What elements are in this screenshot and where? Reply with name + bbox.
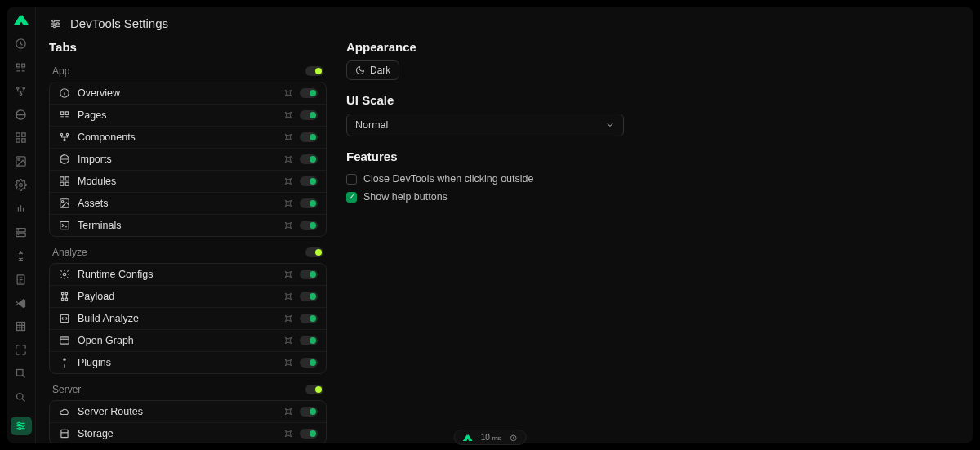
item-components-label: Components [78,131,277,143]
nuxt-logo-icon[interactable] [14,15,29,25]
storage-icon [58,427,71,440]
overview-nav-icon[interactable] [11,34,32,53]
pin-icon[interactable] [282,153,296,167]
pages-nav-icon[interactable] [11,58,32,77]
components-icon [58,131,71,144]
item-plugins: Plugins [50,352,326,373]
svg-point-23 [52,20,55,22]
pin-icon[interactable] [282,175,296,189]
assets-nav-icon[interactable] [11,152,32,171]
payload-icon [58,290,71,303]
item-overview-label: Overview [78,87,277,99]
item-storage-toggle[interactable] [300,429,318,439]
item-imports-toggle[interactable] [300,154,318,164]
svg-point-3 [20,93,22,96]
svg-point-10 [18,158,20,161]
plugin-nav-icon[interactable] [11,247,32,265]
item-payload-toggle[interactable] [300,292,318,301]
ui-scale-heading: UI Scale [346,93,624,107]
grid-nav-icon[interactable] [11,318,32,336]
item-terminals: Terminals [50,215,326,236]
checkbox-show-help[interactable] [346,192,357,203]
item-pages-label: Pages [78,109,277,121]
svg-point-11 [20,184,23,187]
pin-icon[interactable] [282,109,296,123]
item-components-toggle[interactable] [300,132,318,142]
pin-icon[interactable] [282,334,296,348]
search-nav-icon[interactable] [11,388,32,407]
docs-nav-icon[interactable] [11,270,32,289]
item-server-routes-toggle[interactable] [300,407,318,417]
svg-rect-34 [65,182,69,185]
pin-icon[interactable] [282,290,296,304]
item-terminals-label: Terminals [78,220,277,231]
inspect-nav-icon[interactable] [11,364,32,383]
pin-icon[interactable] [282,427,296,441]
pin-icon[interactable] [282,87,296,100]
ui-scale-value: Normal [355,119,388,131]
feature-show-help[interactable]: Show help buttons [346,188,624,206]
svg-point-2 [23,87,25,89]
feature-close-outside[interactable]: Close DevTools when clicking outside [346,170,624,188]
svg-rect-31 [60,177,64,180]
svg-point-24 [56,22,59,25]
item-assets-toggle[interactable] [300,198,318,208]
settings-active-icon[interactable] [11,417,32,435]
category-server-toggle[interactable] [305,385,323,394]
item-pages: Pages [50,105,326,127]
group-app: Overview Pages Components [49,82,327,237]
svg-rect-41 [61,430,68,437]
theme-label: Dark [370,65,390,76]
svg-rect-17 [17,323,25,331]
item-payload: Payload [50,286,326,308]
devtools-floating-pill[interactable]: 10 ms [454,430,527,445]
nuxt-mini-icon [463,434,473,441]
pin-icon[interactable] [282,268,296,282]
item-pages-toggle[interactable] [300,110,318,120]
imports-nav-icon[interactable] [11,105,32,124]
category-app-toggle[interactable] [305,66,323,76]
item-overview-toggle[interactable] [300,88,318,98]
ui-scale-select[interactable]: Normal [346,114,624,136]
server-nav-icon[interactable] [11,223,32,242]
pin-icon[interactable] [282,131,296,145]
feature-close-outside-label: Close DevTools when clicking outside [363,173,533,185]
item-modules: Modules [50,171,326,193]
pin-icon[interactable] [282,312,296,326]
hooks-nav-icon[interactable] [11,341,32,359]
theme-toggle-button[interactable]: Dark [346,60,399,80]
item-runtime-toggle[interactable] [300,270,318,279]
item-runtime-configs: Runtime Configs [50,264,326,286]
item-open-graph: Open Graph [50,330,326,352]
svg-rect-37 [60,221,69,229]
item-imports-label: Imports [78,154,277,165]
item-imports: Imports [50,149,326,171]
item-storage: Storage [50,423,326,443]
analyze-nav-icon[interactable] [11,199,32,218]
sliders-icon [49,17,62,30]
components-nav-icon[interactable] [11,82,32,100]
checkbox-close-outside[interactable] [346,174,357,185]
pin-icon[interactable] [282,197,296,211]
assets-icon [58,197,71,210]
item-payload-label: Payload [78,291,277,302]
settings-gear-icon[interactable] [11,176,32,194]
svg-point-36 [62,201,64,203]
item-terminals-toggle[interactable] [300,221,318,230]
page-title: DevTools Settings [70,16,168,30]
item-modules-toggle[interactable] [300,176,318,186]
item-build-toggle[interactable] [300,314,318,323]
modules-nav-icon[interactable] [11,129,32,148]
info-icon [58,87,71,100]
open-graph-icon [58,334,71,347]
item-storage-label: Storage [78,428,277,439]
svg-point-29 [64,139,65,140]
item-runtime-label: Runtime Configs [78,269,277,280]
pin-icon[interactable] [282,219,296,233]
pin-icon[interactable] [282,356,296,370]
vscode-nav-icon[interactable] [11,294,32,313]
category-analyze-toggle[interactable] [305,247,323,257]
item-og-toggle[interactable] [300,336,318,345]
pin-icon[interactable] [282,405,296,419]
item-plugins-toggle[interactable] [300,358,318,368]
